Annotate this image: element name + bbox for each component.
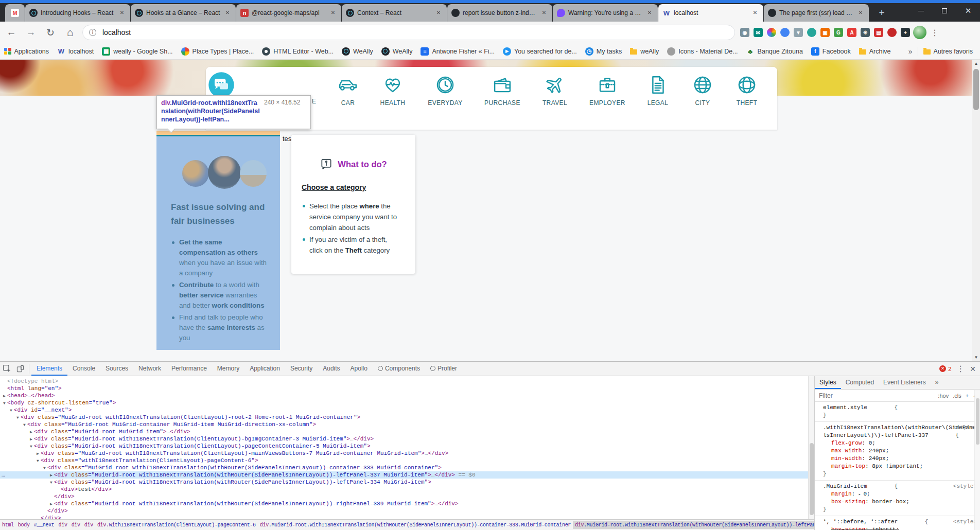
breadcrumb-item[interactable]: html	[0, 521, 16, 529]
blue-app-extension-icon[interactable]	[780, 28, 790, 37]
style-property[interactable]: margin: ▸ 0;	[823, 490, 977, 498]
styles-tab-computed[interactable]: Computed	[841, 376, 879, 389]
new-rule-button[interactable]: +	[966, 393, 969, 399]
browser-menu-icon[interactable]: ⋮	[931, 28, 939, 38]
devtools-tab-profiler[interactable]: Profiler	[425, 362, 462, 376]
pocket-extension-icon[interactable]: ▼	[794, 28, 803, 37]
collapse-arrow-icon[interactable]: ▼	[28, 443, 34, 450]
dom-tree-row[interactable]: <!doctype html>	[0, 378, 808, 385]
bookmark-item[interactable]: WeAlly	[342, 47, 373, 56]
bookmarks-overflow-chevron[interactable]: »	[908, 47, 913, 56]
styles-tab-»[interactable]: »	[931, 376, 943, 389]
dom-tree-row[interactable]: ▼<div class="MuiGrid-root withI18nextTra…	[0, 414, 808, 421]
dom-tree-row[interactable]: </div>	[0, 493, 808, 500]
category-legal[interactable]: LEGAL	[633, 74, 682, 107]
collapse-arrow-icon[interactable]: ▼	[22, 421, 27, 429]
reload-button[interactable]: ↻	[42, 24, 59, 41]
dom-tree-row[interactable]: …▶<div class="MuiGrid-root withI18nextTr…	[0, 471, 808, 479]
colorwheel-extension-icon[interactable]	[767, 28, 776, 37]
tab-close-icon[interactable]: ✕	[645, 9, 654, 17]
styles-tab-styles[interactable]: Styles	[815, 376, 841, 389]
mail-extension-icon[interactable]: ✉	[754, 28, 763, 37]
close-button[interactable]: ✕	[956, 3, 980, 19]
bookmark-item[interactable]: Wlocalhost	[57, 47, 94, 56]
bookmark-item[interactable]: WeAlly	[381, 47, 413, 56]
dom-tree-row[interactable]: ▼<body cz-shortcut-listen="true">	[0, 399, 808, 407]
bookmark-item[interactable]: HTML Editor - Web...	[262, 47, 334, 56]
collapse-arrow-icon[interactable]: ▼	[48, 479, 54, 486]
error-badge[interactable]: ✕2	[939, 365, 951, 372]
bookmark-item[interactable]: ◷My tasks	[585, 47, 622, 56]
tab-close-icon[interactable]: ✕	[856, 9, 865, 17]
dom-tree-row[interactable]: ▼<div class="MuiGrid-root withI18nextTra…	[0, 479, 808, 486]
tab-close-icon[interactable]: ✕	[540, 9, 548, 17]
page-scrollbar[interactable]: ▲ ▼	[972, 60, 980, 361]
bookmark-item[interactable]: ▶You searched for de...	[503, 47, 577, 56]
dom-tree-row[interactable]: <div>test</div>	[0, 486, 808, 493]
styles-scrollbar[interactable]	[974, 390, 980, 530]
style-property[interactable]: flex-grow: 0;	[823, 439, 977, 447]
dom-tree-row[interactable]: ▼<div class="MuiGrid-root withI18nextTra…	[0, 464, 808, 471]
bookmark-item[interactable]: ≡Antwone Fisher « Fi...	[421, 47, 495, 56]
dom-tree-row[interactable]: ▶<div class="MuiGrid-root withI18nextTra…	[0, 500, 808, 507]
dom-tree-row[interactable]: </div>	[0, 507, 808, 515]
style-property[interactable]: min-width: 240px;	[823, 455, 977, 463]
dom-tree-scrollbar[interactable]	[808, 376, 814, 519]
devtools-tab-apollo[interactable]: Apollo	[345, 362, 373, 376]
bookmark-item[interactable]: weAlly	[630, 48, 659, 55]
devtools-tab-application[interactable]: Application	[244, 362, 285, 376]
devtools-tab-audits[interactable]: Audits	[318, 362, 345, 376]
forward-button[interactable]: →	[23, 24, 39, 41]
style-rule[interactable]: .withI18nextTranslation\(withRouter\(Sid…	[815, 422, 980, 481]
scroll-down-arrow[interactable]: ▼	[972, 354, 980, 361]
expand-arrow-icon[interactable]: ▶	[48, 501, 54, 508]
move-extension-icon[interactable]: +	[901, 28, 910, 37]
collapse-arrow-icon[interactable]: ▼	[35, 457, 41, 465]
style-origin-link[interactable]: <style>	[953, 424, 977, 432]
browser-tab[interactable]: Introducing Hooks – React✕	[25, 4, 130, 22]
tab-close-icon[interactable]: ✕	[751, 9, 759, 17]
style-origin-link[interactable]: <style>	[953, 483, 977, 490]
breadcrumb-item[interactable]: body	[16, 521, 32, 529]
hover-toggle[interactable]: :hov	[938, 393, 949, 399]
bookmark-item[interactable]: ♣Banque Zitouna	[746, 47, 803, 56]
browser-tab[interactable]: Context – React✕	[342, 4, 447, 22]
expand-arrow-icon[interactable]: ▶	[28, 429, 34, 436]
devtools-close-icon[interactable]: ✕	[970, 365, 976, 373]
class-toggle[interactable]: .cls	[953, 393, 961, 399]
tab-close-icon[interactable]: ✕	[223, 9, 232, 17]
card-subheading[interactable]: Choose a category	[302, 183, 366, 191]
style-origin-link[interactable]: <style>	[953, 518, 977, 526]
style-property[interactable]: margin-top: 8px !important;	[823, 463, 977, 470]
dom-tree-row[interactable]: <html lang="en">	[0, 385, 808, 392]
devtools-tab-sources[interactable]: Sources	[100, 362, 133, 376]
bookmark-item[interactable]: ▦weally - Google Sh...	[102, 47, 172, 56]
green-extension-icon[interactable]: G	[834, 28, 843, 37]
minimize-button[interactable]	[909, 3, 933, 19]
screenshot-extension-icon[interactable]: ◉	[740, 28, 749, 37]
style-rule[interactable]: element.style {}	[815, 402, 980, 422]
scrollbar-thumb[interactable]	[810, 443, 814, 515]
site-info-icon[interactable]: i	[89, 29, 96, 36]
browser-tab[interactable]: Wlocalhost✕	[658, 4, 763, 22]
dom-tree-row[interactable]: ▶<div class="MuiGrid-root withI18nextTra…	[0, 435, 808, 443]
pdf-extension-icon[interactable]: ▤	[874, 28, 883, 37]
category-employer[interactable]: EMPLOYER	[583, 74, 632, 107]
dom-tree-row[interactable]: ▶<div class="MuiGrid-root withI18nextTra…	[0, 450, 808, 457]
profile-avatar[interactable]	[913, 26, 926, 39]
style-property[interactable]: box-sizing: border-box;	[823, 498, 977, 506]
expand-arrow-icon[interactable]: ▶	[2, 393, 7, 400]
dom-tree-row[interactable]: </div>	[0, 515, 808, 519]
inspected-left-panel[interactable]: Fast issue solving and fair businesses G…	[156, 135, 280, 350]
dom-tree-row[interactable]: ▼<div id="__next">	[0, 407, 808, 414]
dom-tree-row[interactable]: ▶<div class="MuiGrid-root MuiGrid-item">…	[0, 428, 808, 435]
styles-filter-input[interactable]	[818, 392, 934, 400]
collapse-arrow-icon[interactable]: ▼	[15, 414, 21, 421]
home-button[interactable]: ⌂	[62, 24, 78, 41]
collapse-arrow-icon[interactable]: ▼	[8, 407, 14, 414]
pinned-tab-gmail[interactable]: M	[5, 4, 25, 22]
style-property[interactable]: box-sizing: inherit;	[823, 526, 977, 530]
device-toolbar-icon[interactable]	[13, 362, 27, 376]
style-rule[interactable]: .MuiGrid-item {<style>margin: ▸ 0;box-si…	[815, 481, 980, 516]
styles-tab-event-listeners[interactable]: Event Listeners	[879, 376, 931, 389]
